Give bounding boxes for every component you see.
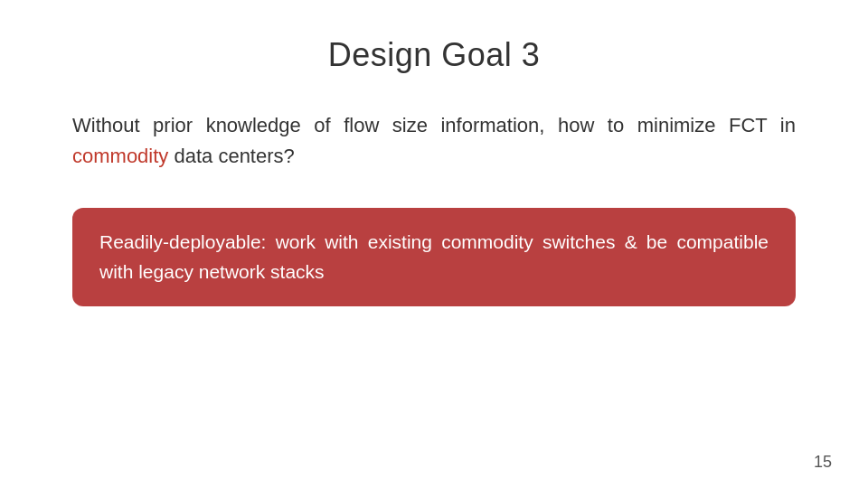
answer-box: Readily-deployable: work with existing c… — [72, 208, 796, 306]
main-paragraph: Without prior knowledge of flow size inf… — [72, 110, 796, 172]
main-text-before-highlight: Without prior knowledge of flow size inf… — [72, 114, 796, 136]
page-number: 15 — [814, 453, 832, 472]
slide: Design Goal 3 Without prior knowledge of… — [0, 0, 868, 488]
main-text-after-highlight: data centers? — [168, 145, 294, 167]
answer-box-text: Readily-deployable: work with existing c… — [99, 231, 769, 282]
main-text-commodity: commodity — [72, 145, 168, 167]
slide-title: Design Goal 3 — [72, 36, 796, 74]
